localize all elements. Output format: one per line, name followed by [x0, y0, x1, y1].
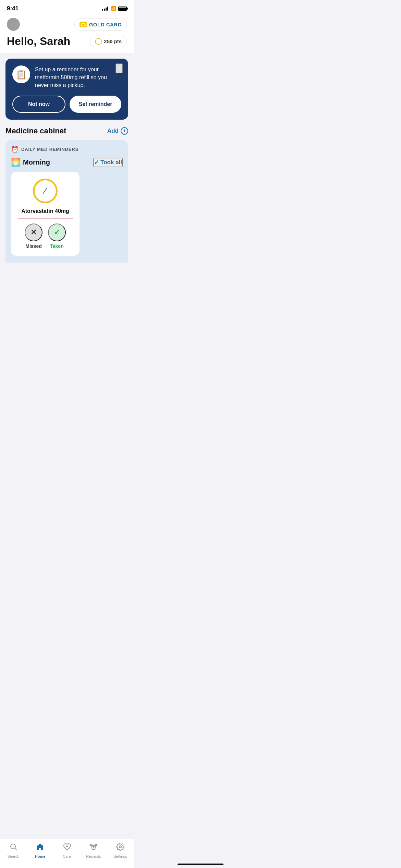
missed-x-icon: ✕ — [31, 228, 37, 237]
taken-check-icon: ✓ — [54, 228, 60, 237]
reminder-content: 📋 Set up a reminder for your metformin 5… — [12, 65, 121, 89]
points-coin-icon — [95, 38, 102, 45]
took-all-button[interactable]: ✓ Took all — [93, 158, 123, 167]
taken-button[interactable]: ✓ — [48, 224, 66, 241]
medication-card: ⁄ Atorvastatin 40mg ✕ Missed ✓ Taken — [11, 172, 80, 256]
reminder-buttons: Not now Set reminder — [12, 96, 121, 113]
signal-icon — [102, 7, 108, 11]
daily-reminders-title: DAILY MED REMINDERS — [21, 147, 78, 152]
avatar[interactable] — [7, 18, 20, 31]
missed-action: ✕ Missed — [25, 224, 42, 249]
morning-row: 🌅 Morning ✓ Took all — [11, 158, 123, 167]
reminder-message: Set up a reminder for your metformin 500… — [35, 65, 121, 89]
medication-name: Atorvastatin 40mg — [21, 208, 69, 214]
set-reminder-button[interactable]: Set reminder — [70, 96, 121, 113]
medication-actions: ✕ Missed ✓ Taken — [25, 224, 66, 249]
wifi-icon: 📶 — [110, 6, 116, 11]
medication-status-circle: ⁄ — [33, 179, 58, 203]
missed-button[interactable]: ✕ — [25, 224, 42, 241]
header: GOLD CARD Hello, Sarah 250 pts — [0, 15, 134, 53]
medication-slash-icon: ⁄ — [45, 185, 46, 196]
points-badge: 250 pts — [90, 36, 127, 47]
took-all-label: Took all — [100, 159, 122, 166]
add-label: Add — [107, 128, 119, 134]
medicine-cabinet-section: Medicine cabinet Add + ⏰ DAILY MED REMIN… — [0, 120, 134, 263]
add-medication-button[interactable]: Add + — [107, 127, 128, 135]
greeting-text: Hello, Sarah — [7, 35, 70, 48]
pill-refill-icon: 📋 — [16, 69, 27, 80]
add-circle-icon: + — [121, 127, 128, 135]
reminder-close-button[interactable]: ✕ — [116, 63, 123, 73]
battery-icon — [118, 7, 127, 11]
status-bar: 9:41 📶 — [0, 0, 134, 15]
missed-label: Missed — [25, 243, 41, 249]
alarm-clock-icon: ⏰ — [11, 146, 19, 153]
morning-text: Morning — [23, 158, 50, 166]
gold-card-label: GOLD CARD — [89, 22, 122, 27]
gold-card-button[interactable]: GOLD CARD — [74, 19, 127, 31]
medication-divider — [18, 218, 73, 219]
reminder-card: ✕ 📋 Set up a reminder for your metformin… — [5, 59, 128, 120]
not-now-button[interactable]: Not now — [12, 96, 65, 113]
taken-label: Taken — [50, 243, 63, 249]
greeting-row: Hello, Sarah 250 pts — [7, 35, 127, 48]
daily-reminders-section: ⏰ DAILY MED REMINDERS 🌅 Morning ✓ Took a… — [5, 140, 128, 263]
reminder-icon: 📋 — [12, 65, 30, 83]
reminder-section: ✕ 📋 Set up a reminder for your metformin… — [0, 53, 134, 120]
gold-card-icon — [80, 22, 87, 27]
points-value: 250 pts — [104, 38, 122, 44]
status-time: 9:41 — [7, 5, 19, 12]
morning-label: 🌅 Morning — [11, 158, 50, 167]
medicine-cabinet-title: Medicine cabinet — [5, 126, 66, 135]
status-icons: 📶 — [102, 6, 127, 11]
daily-reminders-header: ⏰ DAILY MED REMINDERS — [11, 146, 123, 153]
took-all-check-icon: ✓ — [94, 159, 99, 166]
taken-action: ✓ Taken — [48, 224, 66, 249]
morning-emoji-icon: 🌅 — [11, 158, 20, 167]
header-top: GOLD CARD — [7, 18, 127, 31]
medicine-cabinet-header: Medicine cabinet Add + — [5, 126, 128, 135]
